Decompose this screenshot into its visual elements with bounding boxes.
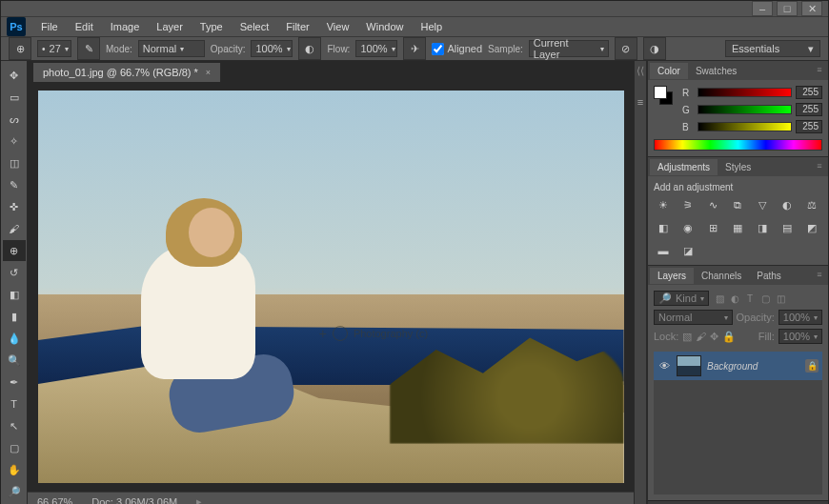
- hue-strip[interactable]: [654, 139, 822, 151]
- layer-opacity-dropdown[interactable]: 100%: [778, 310, 822, 325]
- minimize-button[interactable]: –: [752, 1, 773, 16]
- brightness-icon[interactable]: ☀: [654, 196, 673, 213]
- opacity-dropdown[interactable]: 100%: [251, 40, 293, 57]
- menu-window[interactable]: Window: [358, 18, 411, 35]
- ignore-adjustment-icon[interactable]: ⊘: [615, 37, 637, 60]
- shape-tool[interactable]: ▢: [3, 437, 26, 458]
- lock-position-icon[interactable]: ✥: [710, 331, 718, 343]
- lock-all-icon[interactable]: 🔒: [722, 331, 736, 343]
- color-lookup-icon[interactable]: ▦: [728, 219, 747, 236]
- invert-icon[interactable]: ◨: [753, 219, 772, 236]
- layers-panel-menu-icon[interactable]: ≡: [813, 268, 826, 281]
- gradient-map-icon[interactable]: ▬: [654, 242, 673, 259]
- zoom-level[interactable]: 66.67%: [37, 496, 72, 505]
- lock-icon[interactable]: 🔒: [805, 359, 819, 373]
- adjustments-panel-menu-icon[interactable]: ≡: [813, 159, 826, 172]
- move-tool[interactable]: ✥: [3, 65, 26, 86]
- flow-dropdown[interactable]: 100%: [355, 40, 397, 57]
- marquee-tool[interactable]: ▭: [3, 87, 26, 108]
- g-slider[interactable]: [698, 105, 792, 114]
- maximize-button[interactable]: □: [777, 1, 798, 16]
- tab-styles[interactable]: Styles: [718, 159, 758, 175]
- zoom-tool[interactable]: 🔎: [3, 481, 26, 502]
- r-slider[interactable]: [698, 88, 792, 97]
- menu-image[interactable]: Image: [103, 18, 148, 35]
- g-value[interactable]: 255: [796, 103, 822, 116]
- document-tab[interactable]: photo_01.jpg @ 66.7% (RGB/8) * ×: [33, 63, 221, 82]
- tablet-pressure-opacity-icon[interactable]: ◐: [298, 37, 321, 60]
- vibrance-icon[interactable]: ▽: [753, 196, 772, 213]
- tab-adjustments[interactable]: Adjustments: [650, 159, 718, 175]
- filter-adjustment-icon[interactable]: ◐: [728, 292, 741, 305]
- close-tab-icon[interactable]: ×: [206, 68, 211, 77]
- color-panel-menu-icon[interactable]: ≡: [813, 63, 826, 76]
- crop-tool[interactable]: ◫: [3, 152, 26, 173]
- gradient-tool[interactable]: ▮: [3, 306, 26, 327]
- threshold-icon[interactable]: ◩: [802, 219, 821, 236]
- sample-dropdown[interactable]: Current Layer: [529, 40, 609, 57]
- collapse-handle-icon[interactable]: ⟨⟨: [637, 65, 644, 77]
- filter-shape-icon[interactable]: ▢: [758, 292, 772, 305]
- color-balance-icon[interactable]: ⚖: [802, 196, 821, 213]
- brush-tool[interactable]: 🖌: [3, 218, 26, 239]
- status-menu-icon[interactable]: ▸: [196, 495, 202, 504]
- b-slider[interactable]: [698, 122, 792, 131]
- canvas-viewport[interactable]: + Photography (c): [28, 82, 634, 492]
- menu-type[interactable]: Type: [192, 18, 231, 35]
- lock-pixels-icon[interactable]: 🖌: [696, 331, 706, 342]
- airbrush-icon[interactable]: ✈: [403, 37, 426, 60]
- brush-panel-icon[interactable]: ✎: [77, 37, 100, 60]
- bw-icon[interactable]: ◧: [654, 219, 673, 236]
- eyedropper-tool[interactable]: ✎: [3, 174, 26, 195]
- selective-color-icon[interactable]: ◪: [678, 242, 698, 259]
- tab-channels[interactable]: Channels: [694, 268, 749, 284]
- magic-wand-tool[interactable]: ✧: [3, 131, 26, 151]
- aligned-input[interactable]: [432, 43, 444, 55]
- menu-help[interactable]: Help: [413, 18, 450, 35]
- layer-kind-dropdown[interactable]: 🔎Kind: [654, 291, 709, 306]
- layer-name[interactable]: Background: [707, 361, 758, 372]
- blur-tool[interactable]: 💧: [3, 328, 26, 349]
- lock-transparent-icon[interactable]: ▧: [682, 331, 692, 343]
- pen-tool[interactable]: ✒: [3, 372, 26, 393]
- dodge-tool[interactable]: 🔍: [3, 350, 26, 371]
- channel-mixer-icon[interactable]: ⊞: [703, 219, 722, 236]
- fill-dropdown[interactable]: 100%: [778, 329, 822, 344]
- exposure-icon[interactable]: ⧉: [728, 196, 747, 213]
- r-value[interactable]: 255: [796, 86, 822, 99]
- history-icon[interactable]: ≡: [637, 96, 643, 108]
- filter-type-icon[interactable]: T: [743, 292, 757, 305]
- tab-layers[interactable]: Layers: [650, 268, 694, 284]
- close-button[interactable]: ✕: [801, 1, 822, 16]
- eraser-tool[interactable]: ◧: [3, 284, 26, 305]
- mode-dropdown[interactable]: Normal: [138, 40, 205, 57]
- filter-pixel-icon[interactable]: ▧: [713, 292, 726, 305]
- document-canvas[interactable]: + Photography (c): [38, 91, 624, 483]
- tab-swatches[interactable]: Swatches: [688, 63, 744, 79]
- type-tool[interactable]: T: [3, 393, 26, 414]
- b-value[interactable]: 255: [796, 120, 822, 133]
- curves-icon[interactable]: ∿: [703, 196, 722, 213]
- aligned-checkbox[interactable]: Aligned: [432, 43, 482, 55]
- path-selection-tool[interactable]: ↖: [3, 415, 26, 436]
- menu-view[interactable]: View: [319, 18, 357, 35]
- photo-filter-icon[interactable]: ◉: [678, 219, 698, 236]
- tab-paths[interactable]: Paths: [749, 268, 789, 284]
- layer-item[interactable]: 👁 Background 🔒: [654, 352, 822, 380]
- workspace-dropdown[interactable]: Essentials▾: [725, 40, 820, 57]
- menu-select[interactable]: Select: [233, 18, 277, 35]
- color-mini-swatches[interactable]: [654, 86, 675, 107]
- posterize-icon[interactable]: ▤: [778, 219, 797, 236]
- visibility-icon[interactable]: 👁: [657, 360, 671, 372]
- doc-size[interactable]: Doc: 3.06M/3.06M: [91, 496, 177, 505]
- brush-size-dropdown[interactable]: • 27: [37, 40, 71, 57]
- filter-smart-icon[interactable]: ◫: [774, 292, 787, 305]
- layer-thumbnail[interactable]: [677, 355, 701, 376]
- tablet-pressure-size-icon[interactable]: ◑: [643, 37, 666, 60]
- healing-brush-tool[interactable]: ✜: [3, 196, 26, 217]
- tab-color[interactable]: Color: [650, 63, 688, 79]
- menu-filter[interactable]: Filter: [278, 18, 316, 35]
- clone-stamp-tool[interactable]: ⊕: [3, 240, 26, 261]
- menu-file[interactable]: File: [33, 18, 66, 35]
- menu-layer[interactable]: Layer: [149, 18, 191, 35]
